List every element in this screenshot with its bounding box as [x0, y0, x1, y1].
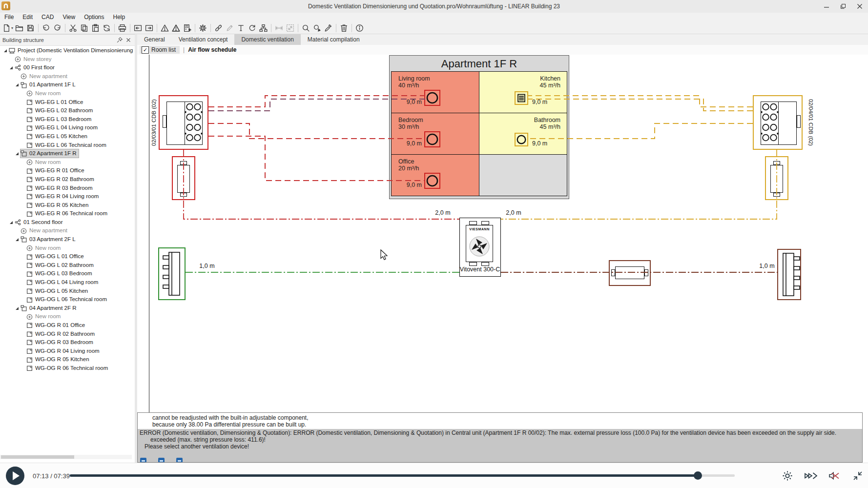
- dropdown-caret-icon[interactable]: ▾: [11, 26, 13, 30]
- warning-icon[interactable]: [160, 23, 170, 33]
- tree-item[interactable]: WG-OG L 06 Technical room: [0, 295, 135, 304]
- muted-speaker-icon[interactable]: [827, 468, 842, 483]
- error-message-line[interactable]: ERROR (Domestic ventilation, Dimensionin…: [138, 429, 862, 436]
- undo-icon[interactable]: [41, 23, 51, 33]
- minimize-button[interactable]: [818, 0, 835, 13]
- tree-item[interactable]: WG-OG L 03 Bedroom: [0, 269, 135, 278]
- tree-item[interactable]: New room: [0, 89, 135, 98]
- error-message-line[interactable]: Please select another ventilation device…: [138, 443, 862, 450]
- tree-item[interactable]: WG-EG L 03 Bedroom: [0, 115, 135, 124]
- apartment-room-table[interactable]: Apartment 1F R Living room40 m³/h9,0 mKi…: [389, 55, 569, 199]
- tree-item[interactable]: WG-OG R 06 Technical room: [0, 364, 135, 373]
- playback-speed-icon[interactable]: [804, 468, 818, 483]
- new-document-icon[interactable]: [1, 23, 12, 33]
- room-cell-living-room[interactable]: Living room40 m³/h9,0 m: [392, 72, 479, 113]
- expander-icon[interactable]: [15, 82, 21, 88]
- cut-icon[interactable]: [68, 23, 78, 33]
- expander-icon[interactable]: [9, 65, 15, 71]
- tree-item[interactable]: 04 Apartment 2F R: [0, 304, 135, 313]
- menu-view[interactable]: View: [58, 13, 80, 22]
- menu-help[interactable]: Help: [109, 13, 130, 22]
- tree-item[interactable]: WG-EG R 02 Bathroom: [0, 175, 135, 184]
- pin-icon[interactable]: [116, 36, 124, 44]
- error-message-line[interactable]: exceeded (max. string pressure loss: 411…: [138, 436, 862, 443]
- tree-item[interactable]: WG-OG R 04 Living room: [0, 347, 135, 356]
- tree-item[interactable]: WG-OG L 04 Living room: [0, 278, 135, 287]
- tree-item[interactable]: WG-EG L 02 Bathroom: [0, 106, 135, 115]
- tree-item[interactable]: New room: [0, 244, 135, 253]
- message-line[interactable]: cannot be readjusted with the built-in a…: [138, 414, 862, 421]
- close-panel-icon[interactable]: [125, 36, 133, 44]
- text-icon[interactable]: [236, 23, 246, 33]
- trash-icon[interactable]: [339, 23, 349, 33]
- tree-item[interactable]: 01 Apartment 1F L: [0, 81, 135, 89]
- expander-icon[interactable]: [9, 220, 15, 225]
- tree-item[interactable]: 02 Apartment 1F R: [0, 149, 135, 158]
- zoom-select-icon[interactable]: [312, 23, 322, 33]
- expander-icon[interactable]: [15, 151, 21, 157]
- hints-filter-icon[interactable]: [176, 458, 183, 463]
- selected-error-entry[interactable]: ERROR (Domestic ventilation, Dimensionin…: [138, 429, 862, 463]
- room-list-label[interactable]: Room list: [151, 46, 176, 53]
- menu-edit[interactable]: Edit: [18, 13, 37, 22]
- room-cell-bathroom[interactable]: Bathroom45 m³/h9,0 m: [479, 113, 567, 154]
- tab-material-compilation[interactable]: Material compilation: [301, 34, 367, 45]
- tree-item[interactable]: Project (Domestic Ventilation Dimensioni…: [0, 46, 135, 55]
- hierarchy-icon[interactable]: [258, 23, 269, 33]
- tab-general[interactable]: General: [137, 34, 172, 45]
- maximize-button[interactable]: [835, 0, 851, 13]
- drawing-canvas[interactable]: Apartment 1F R Living room40 m³/h9,0 mKi…: [137, 55, 868, 412]
- tree-item[interactable]: New apartment: [0, 72, 135, 81]
- warnings-filter-icon[interactable]: [158, 458, 165, 463]
- expander-icon[interactable]: [15, 305, 21, 311]
- room-cell-kitchen[interactable]: Kitchen45 m³/h9,0 m: [479, 72, 567, 113]
- supply-distribution-box[interactable]: [159, 95, 208, 150]
- tree-item[interactable]: 03 Apartment 2F L: [0, 235, 135, 244]
- tree-item[interactable]: WG-EG R 06 Technical room: [0, 209, 135, 218]
- tree-item[interactable]: WG-OG R 05 Kitchen: [0, 355, 135, 364]
- tab-ventilation-concept[interactable]: Ventilation concept: [172, 34, 235, 45]
- tree-item[interactable]: 01 Second floor: [0, 218, 135, 227]
- room-cell-office[interactable]: Office20 m³/h9,0 m: [392, 155, 479, 196]
- horizontal-scrollbar[interactable]: [0, 455, 132, 459]
- replace-icon[interactable]: [102, 23, 112, 33]
- menu-options[interactable]: Options: [80, 13, 108, 22]
- checkbox-checked-icon[interactable]: ✓: [142, 46, 149, 54]
- tree-item[interactable]: WG-OG L 01 Office: [0, 252, 135, 261]
- scrollbar-thumb[interactable]: [1, 455, 74, 459]
- tree-item[interactable]: WG-OG R 02 Bathroom: [0, 330, 135, 339]
- panel-left-icon[interactable]: [133, 23, 143, 33]
- tab-domestic-ventilation[interactable]: Domestic ventilation: [234, 34, 300, 45]
- close-button[interactable]: [851, 0, 868, 13]
- panel-right-icon[interactable]: [144, 23, 154, 33]
- tree-item[interactable]: WG-EG R 03 Bedroom: [0, 184, 135, 193]
- info-icon[interactable]: [354, 23, 365, 33]
- pipette-icon[interactable]: [323, 23, 333, 33]
- link-icon[interactable]: [213, 23, 224, 33]
- tree-item[interactable]: WG-OG L 05 Kitchen: [0, 287, 135, 296]
- exhaust-air-louvre[interactable]: [777, 249, 801, 300]
- collapse-icon[interactable]: [850, 468, 865, 483]
- open-folder-icon[interactable]: [14, 23, 24, 33]
- print-icon[interactable]: [117, 23, 127, 33]
- tree-item[interactable]: WG-EG R 05 Kitchen: [0, 201, 135, 210]
- supply-silencer[interactable]: [172, 156, 195, 200]
- zoom-icon[interactable]: [301, 23, 311, 33]
- warning-bold-icon[interactable]: [171, 23, 181, 33]
- tree-item[interactable]: WG-EG R 01 Office: [0, 166, 135, 175]
- message-line[interactable]: because only 38.00 Pa differential press…: [138, 421, 862, 428]
- errors-filter-icon[interactable]: [140, 458, 146, 463]
- tree-item[interactable]: New apartment: [0, 226, 135, 235]
- expander-icon[interactable]: [15, 237, 21, 243]
- paste-icon[interactable]: [90, 23, 101, 33]
- tree-item[interactable]: WG-EG R 04 Living room: [0, 192, 135, 201]
- tree-item[interactable]: WG-EG L 06 Technical room: [0, 141, 135, 150]
- tree-item[interactable]: WG-OG L 02 Bathroom: [0, 261, 135, 270]
- room-list-toggle[interactable]: ✓ Room list: [140, 46, 180, 54]
- menu-cad[interactable]: CAD: [37, 13, 58, 22]
- expander-icon[interactable]: [3, 48, 9, 54]
- menu-file[interactable]: File: [0, 13, 18, 22]
- tree-item[interactable]: WG-EG L 05 Kitchen: [0, 132, 135, 141]
- progress-bar[interactable]: [70, 474, 735, 477]
- redo-icon[interactable]: [52, 23, 62, 33]
